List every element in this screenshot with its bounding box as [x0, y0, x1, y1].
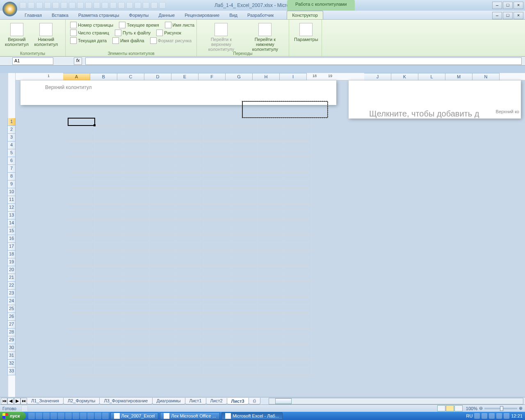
header-right-box[interactable] [241, 101, 328, 118]
cell[interactable] [176, 157, 203, 165]
cell[interactable] [203, 212, 231, 219]
cell[interactable] [285, 204, 312, 212]
cell[interactable] [231, 274, 258, 282]
cell[interactable] [68, 196, 95, 204]
ql-icon[interactable] [28, 413, 35, 419]
cell[interactable] [68, 219, 95, 227]
cell[interactable] [68, 243, 95, 251]
cell[interactable] [285, 297, 312, 305]
cell[interactable] [122, 157, 149, 165]
cell[interactable] [258, 134, 285, 142]
cell[interactable] [176, 258, 203, 266]
zoom-out-button[interactable]: ⊖ [479, 406, 483, 411]
row-header-32[interactable]: 32 [7, 360, 16, 368]
ql-icon[interactable] [102, 413, 109, 419]
tab-insert[interactable]: Вставка [47, 11, 73, 19]
row-header-13[interactable]: 13 [7, 212, 16, 219]
cell[interactable] [285, 344, 312, 352]
cell[interactable] [231, 344, 258, 352]
cell[interactable] [122, 173, 149, 180]
cell[interactable] [203, 290, 231, 297]
cell[interactable] [285, 188, 312, 196]
cell[interactable] [149, 126, 176, 134]
cell[interactable] [285, 258, 312, 266]
tab-formulas[interactable]: Формулы [124, 11, 154, 19]
cell[interactable] [285, 243, 312, 251]
tray-icon[interactable] [496, 413, 502, 419]
page-number-button[interactable]: Номер страницы [69, 21, 114, 29]
tab-nav-next[interactable]: ▶ [14, 398, 21, 404]
qat-btn[interactable] [44, 2, 51, 9]
cell[interactable] [68, 204, 95, 212]
cell[interactable] [176, 352, 203, 360]
cell[interactable] [258, 336, 285, 344]
cell[interactable] [122, 266, 149, 274]
insert-sheet-button[interactable]: ⎙ [249, 398, 260, 404]
column-header-G[interactable]: G [226, 73, 253, 80]
minimize-button[interactable]: – [492, 2, 502, 9]
cell[interactable] [285, 282, 312, 290]
cell[interactable] [231, 297, 258, 305]
doc-restore-button[interactable]: □ [503, 12, 513, 19]
cell[interactable] [176, 329, 203, 336]
qat-redo-icon[interactable] [36, 2, 43, 9]
row-header-16[interactable]: 16 [7, 235, 16, 243]
cell[interactable] [231, 219, 258, 227]
cell[interactable] [176, 212, 203, 219]
tab-design[interactable]: Конструктор [287, 11, 323, 19]
cell[interactable] [149, 173, 176, 180]
row-header-1[interactable]: 1 [7, 118, 16, 126]
cell[interactable] [95, 297, 122, 305]
cell[interactable] [122, 149, 149, 157]
row-header-9[interactable]: 9 [7, 180, 16, 188]
cell[interactable] [203, 157, 231, 165]
cell[interactable] [68, 290, 95, 297]
cell[interactable] [203, 274, 231, 282]
cell[interactable] [258, 126, 285, 134]
cell[interactable] [68, 180, 95, 188]
cell[interactable] [203, 180, 231, 188]
column-header-F[interactable]: F [199, 73, 226, 80]
current-date-button[interactable]: Текущая дата [69, 37, 108, 44]
cell[interactable] [285, 126, 312, 134]
cell[interactable] [285, 360, 312, 368]
qat-btn[interactable] [135, 2, 141, 9]
file-name-button[interactable]: Имя файла [111, 37, 145, 44]
cell[interactable] [258, 321, 285, 329]
cell[interactable] [258, 196, 285, 204]
row-header-23[interactable]: 23 [7, 290, 16, 297]
cell[interactable] [231, 142, 258, 149]
cell[interactable] [68, 352, 95, 360]
cell[interactable] [176, 126, 203, 134]
ql-icon[interactable] [36, 413, 42, 419]
cell[interactable] [258, 188, 285, 196]
column-header-A[interactable]: A [63, 73, 90, 80]
cell[interactable] [231, 235, 258, 243]
tray-icon[interactable] [474, 413, 480, 419]
cell[interactable] [231, 165, 258, 173]
cell[interactable] [231, 313, 258, 321]
cell[interactable] [176, 297, 203, 305]
cell[interactable] [68, 297, 95, 305]
cell[interactable] [149, 305, 176, 313]
cell[interactable] [203, 329, 231, 336]
cell[interactable] [122, 251, 149, 258]
qat-btn[interactable] [151, 2, 158, 9]
row-header-5[interactable]: 5 [7, 149, 16, 157]
view-page-break-button[interactable] [454, 405, 463, 411]
ql-icon[interactable] [58, 413, 64, 419]
cell[interactable] [176, 282, 203, 290]
cell[interactable] [68, 274, 95, 282]
cell[interactable] [285, 274, 312, 282]
cell[interactable] [203, 321, 231, 329]
cell[interactable] [203, 282, 231, 290]
cell[interactable] [176, 235, 203, 243]
cell[interactable] [95, 212, 122, 219]
taskbar-item[interactable]: Лек_2007_Excel [110, 412, 159, 420]
cell[interactable] [122, 321, 149, 329]
cell[interactable] [258, 344, 285, 352]
cell[interactable] [68, 251, 95, 258]
cell[interactable] [285, 251, 312, 258]
tab-review[interactable]: Рецензирование [180, 11, 224, 19]
cell[interactable] [122, 227, 149, 235]
